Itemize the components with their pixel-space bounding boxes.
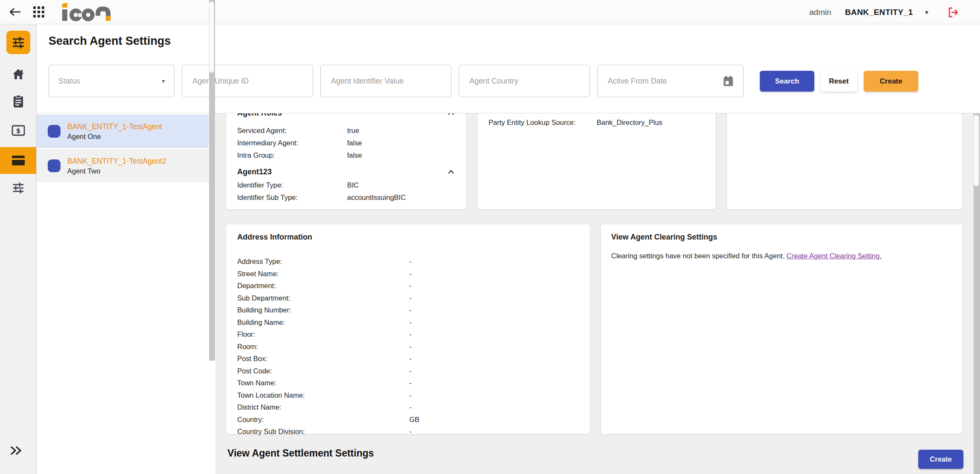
row-label: Serviced Agent: bbox=[237, 124, 347, 137]
status-select[interactable]: Status ▾ bbox=[49, 65, 175, 97]
clearing-empty-message: Clearing settings have not been specifie… bbox=[611, 252, 785, 260]
search-section: Search Agent Settings Status ▾ Search Re… bbox=[37, 24, 980, 113]
row-label: Sub Department: bbox=[237, 292, 409, 304]
row-label: Town Name: bbox=[237, 377, 409, 389]
row-value: accountIssuingBIC bbox=[347, 191, 406, 204]
top-header-bar: admin BANK_ENTITY_1 ▾ bbox=[0, 0, 980, 24]
back-arrow-icon bbox=[9, 7, 22, 17]
row-label: Building Name: bbox=[237, 316, 409, 329]
reset-button[interactable]: Reset bbox=[820, 71, 857, 92]
agent-identifier-section-title: Agent123 bbox=[237, 168, 272, 176]
sidebar-item-agent-settings[interactable] bbox=[6, 31, 30, 54]
agent-list-item[interactable]: BANK_ENTITY_1-TestAgent2 Agent Two bbox=[37, 149, 209, 182]
sidebar-rail: $ bbox=[0, 24, 37, 474]
apps-grid-icon[interactable] bbox=[33, 6, 45, 18]
detail-row: Party Entity Lookup Source: Bank_Directo… bbox=[489, 116, 704, 129]
double-chevron-right-icon bbox=[8, 444, 25, 457]
collapse-chevron-icon[interactable] bbox=[447, 168, 455, 176]
row-value: - bbox=[409, 255, 412, 268]
address-row: Country:GB bbox=[237, 413, 579, 426]
row-label: Department: bbox=[237, 280, 409, 292]
sliders-icon bbox=[12, 182, 24, 194]
detail-row: Intra Group: false bbox=[237, 149, 455, 162]
user-role-label: admin bbox=[809, 0, 831, 24]
row-label: Post Code: bbox=[237, 365, 409, 377]
row-value: - bbox=[409, 389, 412, 402]
row-value: false bbox=[347, 137, 362, 149]
address-row: Post Code:- bbox=[237, 365, 579, 377]
address-row: Street Name:- bbox=[237, 268, 579, 280]
address-card-title: Address Information bbox=[237, 233, 312, 242]
back-button[interactable] bbox=[7, 3, 24, 21]
row-value: - bbox=[409, 304, 412, 316]
row-value: - bbox=[409, 365, 412, 377]
payments-icon: $ bbox=[11, 125, 25, 136]
address-row: Floor:- bbox=[237, 328, 579, 341]
clearing-settings-card: View Agent Clearing Settings Clearing se… bbox=[601, 224, 963, 434]
sidebar-item-accounts-active[interactable] bbox=[0, 147, 36, 174]
agent-title: BANK_ENTITY_1-TestAgent bbox=[67, 121, 162, 132]
row-value: GB bbox=[409, 413, 420, 426]
logout-icon bbox=[946, 6, 960, 19]
agent-roles-card: Agent Roles Serviced Agent: true Interme… bbox=[226, 113, 466, 210]
row-label: Intra Group: bbox=[237, 149, 347, 162]
agent-avatar bbox=[48, 125, 60, 138]
row-value: - bbox=[409, 316, 412, 329]
logout-button[interactable] bbox=[946, 6, 960, 19]
address-row: Building Name:- bbox=[237, 316, 579, 329]
address-row: Room:- bbox=[237, 341, 579, 353]
sidebar-item-payments[interactable]: $ bbox=[0, 123, 37, 138]
detail-row: Identifier Sub Type: accountIssuingBIC bbox=[237, 191, 455, 204]
row-label: Address Type: bbox=[237, 255, 409, 268]
row-label: Identifier Type: bbox=[237, 179, 347, 191]
address-row: Country Sub Division:- bbox=[237, 425, 579, 438]
calendar-icon[interactable] bbox=[723, 75, 734, 87]
row-label: Party Entity Lookup Source: bbox=[489, 116, 597, 129]
agent-subtitle: Agent One bbox=[67, 132, 162, 142]
sidebar-item-tasks[interactable] bbox=[0, 94, 37, 109]
row-label: District Name: bbox=[237, 401, 409, 413]
credit-card-icon bbox=[11, 155, 25, 166]
row-value: - bbox=[409, 377, 412, 389]
agent-list-scrollbar[interactable] bbox=[209, 0, 215, 361]
detail-row: Serviced Agent: true bbox=[237, 124, 455, 137]
collapse-chevron-icon[interactable] bbox=[447, 113, 455, 117]
agent-title: BANK_ENTITY_1-TestAgent2 bbox=[67, 156, 166, 166]
agent-country-field bbox=[459, 65, 590, 97]
sidebar-item-settings[interactable] bbox=[0, 181, 37, 195]
create-settlement-setting-button[interactable]: Create bbox=[918, 450, 963, 469]
icon-brand-logo bbox=[60, 3, 112, 22]
agent-identifier-value-input[interactable] bbox=[330, 76, 442, 86]
agent-unique-id-input[interactable] bbox=[192, 76, 303, 86]
row-value: - bbox=[409, 268, 412, 280]
address-row: Post Box:- bbox=[237, 353, 579, 365]
active-from-date-input[interactable] bbox=[607, 76, 718, 86]
entity-name-label[interactable]: BANK_ENTITY_1 bbox=[845, 0, 913, 24]
row-label: Town Location Name: bbox=[237, 389, 409, 402]
agent-list-scrollbar-thumb[interactable] bbox=[209, 1, 214, 73]
svg-text:$: $ bbox=[16, 127, 20, 135]
page-title: Search Agent Settings bbox=[49, 35, 171, 48]
agent-country-input[interactable] bbox=[468, 76, 580, 86]
detail-row: Intermediary Agent: false bbox=[237, 137, 455, 149]
page-scrollbar[interactable] bbox=[974, 113, 980, 474]
agent-avatar bbox=[48, 159, 60, 172]
agent-list-panel: BANK_ENTITY_1-TestAgent Agent One BANK_E… bbox=[37, 113, 216, 474]
address-row: Town Name:- bbox=[237, 377, 579, 389]
row-value: - bbox=[409, 353, 412, 365]
address-row: Department:- bbox=[237, 280, 579, 292]
agent-list-item-selected[interactable]: BANK_ENTITY_1-TestAgent Agent One bbox=[37, 115, 209, 148]
expand-sidebar-button[interactable] bbox=[8, 444, 26, 459]
entity-dropdown-caret-icon[interactable]: ▾ bbox=[925, 0, 928, 24]
row-label: Identifier Sub Type: bbox=[237, 191, 347, 204]
create-button[interactable]: Create bbox=[864, 71, 918, 92]
row-label: Floor: bbox=[237, 328, 409, 341]
create-clearing-setting-link[interactable]: Create Agent Clearing Setting. bbox=[787, 252, 882, 260]
active-from-date-field bbox=[597, 65, 744, 97]
search-button[interactable]: Search bbox=[760, 71, 814, 92]
sidebar-item-home[interactable] bbox=[0, 67, 37, 81]
page-scrollbar-thumb[interactable] bbox=[974, 115, 979, 186]
address-row: Town Location Name:- bbox=[237, 389, 579, 402]
agent-unique-id-field bbox=[182, 65, 313, 97]
address-row: Building Number:- bbox=[237, 304, 579, 316]
